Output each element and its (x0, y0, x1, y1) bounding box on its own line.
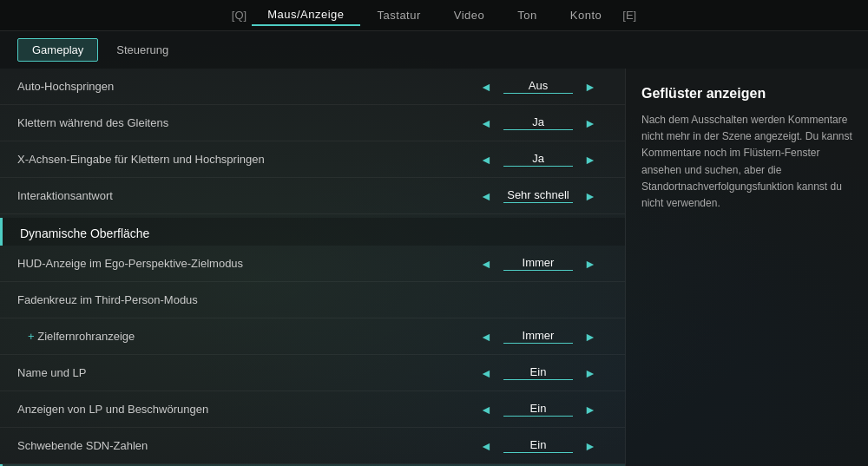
setting-control-interaktion: ◄ Sehr schnell ► (469, 188, 608, 203)
setting-value-zielfernrohr: Immer (503, 329, 573, 344)
arrow-right-lp-beschwoerungen[interactable]: ► (583, 403, 597, 417)
tab-steuerung[interactable]: Steuerung (102, 38, 183, 62)
setting-control-x-achsen: ◄ Ja ► (469, 152, 608, 167)
setting-row-zielfernrohr[interactable]: + Zielfernrohranzeige ◄ Immer ► (0, 318, 625, 355)
section-header-dynamische: Dynamische Oberfläche (0, 218, 625, 246)
setting-row-hud[interactable]: HUD-Anzeige im Ego-Perspektive-Zielmodus… (0, 246, 625, 282)
info-panel: Geflüster anzeigen Nach dem Ausschalten … (625, 69, 868, 466)
setting-control-lp-beschwoerungen: ◄ Ein ► (469, 402, 608, 417)
setting-value-interaktion: Sehr schnell (503, 188, 573, 203)
setting-value-sdn: Ein (503, 438, 573, 453)
setting-label-fadenkreuz: Fadenkreuz im Third-Person-Modus (17, 293, 608, 306)
arrow-right-name-lp[interactable]: ► (583, 366, 597, 380)
settings-panel: Auto-Hochspringen ◄ Aus ► Klettern währe… (0, 69, 625, 466)
sub-tabs-bar: Gameplay Steuerung (0, 31, 868, 69)
setting-label-x-achsen: X-Achsen-Eingabe für Klettern und Hochsp… (17, 153, 469, 166)
setting-row-fadenkreuz[interactable]: Fadenkreuz im Third-Person-Modus (0, 282, 625, 318)
setting-control-zielfernrohr: ◄ Immer ► (469, 329, 608, 344)
arrow-right-zielfernrohr[interactable]: ► (583, 330, 597, 344)
setting-label-name-lp: Name und LP (17, 366, 469, 379)
setting-row-auto-hochspringen[interactable]: Auto-Hochspringen ◄ Aus ► (0, 69, 625, 105)
arrow-left-interaktion[interactable]: ◄ (479, 189, 493, 203)
right-bracket: [E] (619, 9, 640, 22)
setting-value-klettern: Ja (503, 115, 573, 130)
setting-row-klettern[interactable]: Klettern während des Gleitens ◄ Ja ► (0, 105, 625, 141)
tab-gameplay[interactable]: Gameplay (17, 38, 98, 62)
arrow-right-hud[interactable]: ► (583, 257, 597, 271)
arrow-left-hud[interactable]: ◄ (479, 257, 493, 271)
arrow-right-klettern[interactable]: ► (583, 116, 597, 130)
setting-label-klettern: Klettern während des Gleitens (17, 116, 469, 129)
info-panel-title: Geflüster anzeigen (641, 86, 852, 102)
arrow-right-x-achsen[interactable]: ► (583, 153, 597, 167)
setting-control-klettern: ◄ Ja ► (469, 115, 608, 130)
setting-label-sdn: Schwebende SDN-Zahlen (17, 439, 469, 452)
setting-row-name-lp[interactable]: Name und LP ◄ Ein ► (0, 355, 625, 391)
nav-item-ton[interactable]: Ton (502, 5, 552, 25)
main-content: Auto-Hochspringen ◄ Aus ► Klettern währe… (0, 69, 868, 466)
arrow-right-interaktion[interactable]: ► (583, 189, 597, 203)
setting-row-interaktion[interactable]: Interaktionsantwort ◄ Sehr schnell ► (0, 178, 625, 214)
setting-value-auto-hochspringen: Aus (503, 79, 573, 94)
setting-label-hud: HUD-Anzeige im Ego-Perspektive-Zielmodus (17, 257, 469, 270)
nav-item-konto[interactable]: Konto (555, 5, 617, 25)
setting-label-auto-hochspringen: Auto-Hochspringen (17, 80, 469, 93)
setting-control-sdn: ◄ Ein ► (469, 438, 608, 453)
arrow-left-zielfernrohr[interactable]: ◄ (479, 330, 493, 344)
arrow-left-x-achsen[interactable]: ◄ (479, 153, 493, 167)
setting-row-lp-beschwoerungen[interactable]: Anzeigen von LP und Beschwörungen ◄ Ein … (0, 391, 625, 428)
setting-value-hud: Immer (503, 256, 573, 271)
setting-row-sdn[interactable]: Schwebende SDN-Zahlen ◄ Ein ► (0, 428, 625, 464)
setting-value-name-lp: Ein (503, 365, 573, 380)
arrow-left-klettern[interactable]: ◄ (479, 116, 493, 130)
top-navigation: [Q] Maus/Anzeige Tastatur Video Ton Kont… (0, 0, 868, 31)
setting-value-lp-beschwoerungen: Ein (503, 402, 573, 417)
setting-label-interaktion: Interaktionsantwort (17, 189, 469, 202)
info-panel-text: Nach dem Ausschalten werden Kommentare n… (641, 112, 852, 212)
arrow-right-auto-hochspringen[interactable]: ► (583, 80, 597, 94)
arrow-left-name-lp[interactable]: ◄ (479, 366, 493, 380)
nav-item-video[interactable]: Video (438, 5, 501, 25)
setting-value-x-achsen: Ja (503, 152, 573, 167)
setting-row-x-achsen[interactable]: X-Achsen-Eingabe für Klettern und Hochsp… (0, 141, 625, 178)
setting-control-auto-hochspringen: ◄ Aus ► (469, 79, 608, 94)
setting-label-zielfernrohr: + Zielfernrohranzeige (28, 330, 469, 343)
arrow-right-sdn[interactable]: ► (583, 439, 597, 453)
arrow-left-lp-beschwoerungen[interactable]: ◄ (479, 403, 493, 417)
nav-item-maus-anzeige[interactable]: Maus/Anzeige (252, 4, 359, 26)
nav-item-tastatur[interactable]: Tastatur (362, 5, 437, 25)
arrow-left-auto-hochspringen[interactable]: ◄ (479, 80, 493, 94)
arrow-left-sdn[interactable]: ◄ (479, 439, 493, 453)
setting-control-hud: ◄ Immer ► (469, 256, 608, 271)
setting-label-lp-beschwoerungen: Anzeigen von LP und Beschwörungen (17, 403, 469, 416)
left-bracket: [Q] (228, 9, 250, 22)
setting-control-name-lp: ◄ Ein ► (469, 365, 608, 380)
